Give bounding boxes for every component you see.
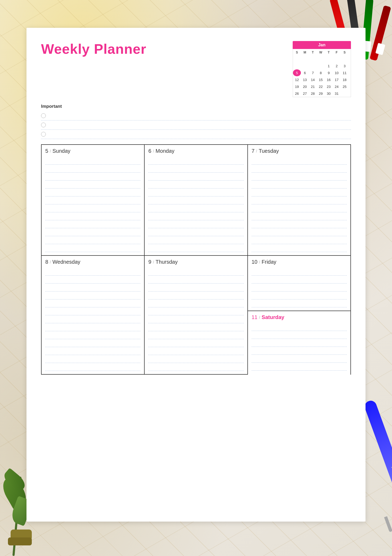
wednesday-slash: / — [50, 260, 51, 264]
monday-slash: / — [153, 149, 154, 153]
saturday-name: Saturday — [262, 314, 284, 320]
bottom-row: 8 / Wednesday — [41, 256, 351, 375]
calendar-week-5: 26 27 28 29 30 31 — [293, 90, 351, 97]
sunday-number: 5 — [45, 148, 48, 154]
friday-slash: / — [259, 260, 260, 264]
important-section: Important — [41, 104, 351, 139]
sunday-header: 5 / Sunday — [45, 148, 140, 154]
checkbox-circle-3[interactable] — [41, 132, 46, 137]
tuesday-name: Tuesday — [259, 148, 279, 154]
saturday-cell: 11 / Saturday — [248, 311, 350, 375]
saturday-slash: / — [259, 315, 260, 320]
saturday-number: 11 — [252, 314, 257, 320]
tuesday-header: 7 / Tuesday — [252, 148, 347, 154]
friday-name: Friday — [262, 259, 277, 265]
planner-title: Weekly Planner — [41, 41, 146, 57]
saturday-lines — [252, 323, 347, 371]
sunday-name: Sunday — [52, 148, 70, 154]
important-item-2[interactable] — [41, 120, 351, 130]
thursday-slash: / — [153, 260, 154, 264]
checkbox-circle-1[interactable] — [41, 113, 46, 118]
calendar-week-1: 1 2 3 — [293, 62, 351, 69]
calendar-week-2: 5 6 7 8 9 10 11 — [293, 69, 351, 76]
friday-header: 10 / Friday — [252, 259, 347, 265]
thursday-number: 9 — [148, 259, 151, 265]
wednesday-number: 8 — [45, 259, 48, 265]
thursday-header: 9 / Thursday — [148, 259, 243, 265]
checkbox-circle-2[interactable] — [41, 123, 46, 127]
thursday-cell: 9 / Thursday — [145, 256, 248, 375]
days-grid-wrapper: 5 / Sunday — [41, 144, 351, 375]
wednesday-cell: 8 / Wednesday — [42, 256, 145, 375]
sunday-slash: / — [50, 149, 51, 153]
planner-card: Weekly Planner Jan S M T W T F S — [26, 28, 366, 522]
friday-saturday-column: 10 / Friday 11 — [248, 256, 351, 375]
calendar-month: Jan — [293, 41, 351, 49]
friday-number: 10 — [252, 259, 257, 265]
mini-calendar: Jan S M T W T F S — [293, 41, 351, 97]
monday-header: 6 / Monday — [148, 148, 243, 154]
calendar-grid: S M T W T F S 1 2 3 — [293, 49, 351, 97]
important-item-3[interactable] — [41, 130, 351, 139]
thursday-name: Thursday — [155, 259, 177, 265]
tuesday-cell: 7 / Tuesday — [248, 145, 351, 256]
sunday-cell: 5 / Sunday — [42, 145, 145, 256]
calendar-week-3: 12 13 14 15 16 17 18 — [293, 76, 351, 83]
important-item-1[interactable] — [41, 111, 351, 120]
tuesday-lines — [252, 157, 347, 252]
calendar-week-4: 19 20 21 22 23 24 25 — [293, 83, 351, 90]
top-row: 5 / Sunday — [41, 144, 351, 256]
saturday-header: 11 / Saturday — [252, 314, 347, 320]
friday-cell: 10 / Friday — [248, 256, 350, 311]
thursday-lines — [148, 268, 243, 371]
tuesday-slash: / — [256, 149, 257, 153]
wednesday-name: Wednesday — [52, 259, 80, 265]
monday-number: 6 — [148, 148, 151, 154]
wednesday-lines — [45, 268, 140, 371]
monday-cell: 6 / Monday — [145, 145, 248, 256]
tuesday-number: 7 — [252, 148, 255, 154]
wednesday-header: 8 / Wednesday — [45, 259, 140, 265]
planner-header: Weekly Planner Jan S M T W T F S — [41, 41, 351, 97]
calendar-header-row: S M T W T F S — [293, 49, 351, 62]
monday-name: Monday — [155, 148, 174, 154]
friday-lines — [252, 268, 347, 307]
important-label: Important — [41, 104, 351, 109]
monday-lines — [148, 157, 243, 252]
sunday-lines — [45, 157, 140, 252]
